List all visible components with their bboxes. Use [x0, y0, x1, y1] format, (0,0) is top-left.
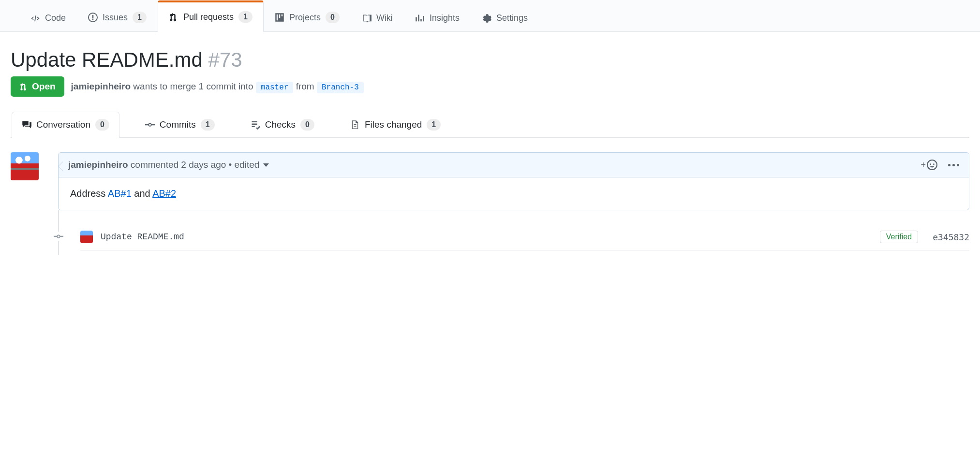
- issue-icon: [88, 13, 98, 22]
- edited-dropdown-caret[interactable]: [263, 163, 269, 167]
- tab-issues-count: 1: [133, 12, 147, 23]
- head-branch[interactable]: Branch-3: [317, 82, 364, 93]
- tab-pull-requests[interactable]: Pull requests 1: [158, 0, 264, 32]
- comment-text-prefix: Address: [70, 188, 108, 199]
- subtab-conversation-label: Conversation: [36, 119, 90, 130]
- pr-title-text: Update README.md: [11, 48, 203, 71]
- code-icon: [30, 14, 40, 23]
- tab-insights-label: Insights: [430, 13, 460, 23]
- ab-link-1[interactable]: AB#1: [108, 188, 132, 199]
- git-pull-request-icon: [19, 82, 28, 91]
- commit-author-avatar[interactable]: [80, 231, 93, 243]
- subtab-conversation[interactable]: Conversation 0: [12, 112, 119, 138]
- pr-number: #73: [208, 48, 242, 71]
- pr-wants-text: wants to merge 1 commit into: [131, 81, 256, 91]
- tab-code[interactable]: Code: [19, 2, 77, 32]
- tab-issues[interactable]: Issues 1: [77, 1, 158, 32]
- tab-settings[interactable]: Settings: [471, 2, 539, 32]
- timeline: jamiepinheiro commented 2 days ago • edi…: [11, 152, 969, 210]
- book-icon: [362, 14, 371, 23]
- tab-settings-label: Settings: [496, 13, 528, 23]
- tab-issues-label: Issues: [103, 13, 128, 23]
- repo-tabs: Code Issues 1 Pull requests 1 Projects 0…: [0, 0, 980, 32]
- subtab-commits[interactable]: Commits 1: [135, 112, 225, 138]
- pr-subtabs: Conversation 0 Commits 1 Checks 0 Files …: [11, 111, 969, 138]
- subtab-checks-count: 0: [300, 119, 314, 131]
- project-icon: [275, 13, 284, 22]
- avatar[interactable]: [11, 152, 39, 180]
- comment-meta: commented 2 days ago • edited: [128, 160, 262, 170]
- tab-projects[interactable]: Projects 0: [264, 1, 351, 32]
- file-diff-icon: [350, 120, 360, 130]
- base-branch[interactable]: master: [256, 82, 294, 93]
- commit-list: Update README.md Verified e345832: [58, 210, 969, 255]
- pr-meta: Open jamiepinheiro wants to merge 1 comm…: [11, 76, 969, 97]
- pr-from-text: from: [293, 81, 317, 91]
- smiley-icon: [927, 160, 937, 170]
- subtab-commits-label: Commits: [160, 119, 196, 130]
- comment-discussion-icon: [22, 120, 31, 130]
- add-reaction-button[interactable]: +: [921, 160, 937, 170]
- commit-row: Update README.md Verified e345832: [80, 227, 969, 250]
- git-pull-request-icon: [169, 12, 178, 22]
- tab-wiki[interactable]: Wiki: [351, 2, 404, 32]
- subtab-checks-label: Checks: [265, 119, 296, 130]
- subtab-files-label: Files changed: [365, 119, 422, 130]
- comment-header: jamiepinheiro commented 2 days ago • edi…: [59, 153, 969, 177]
- comment-menu-button[interactable]: [948, 164, 959, 166]
- pr-author[interactable]: jamiepinheiro: [71, 81, 131, 91]
- comment-box: jamiepinheiro commented 2 days ago • edi…: [58, 152, 969, 210]
- subtab-commits-count: 1: [201, 119, 215, 131]
- commit-sha[interactable]: e345832: [933, 232, 969, 242]
- pr-state-badge: Open: [11, 76, 64, 97]
- graph-icon: [415, 14, 425, 23]
- tab-projects-label: Projects: [289, 13, 321, 23]
- ab-link-2[interactable]: AB#2: [152, 188, 176, 199]
- comment-body: Address AB#1 and AB#2: [59, 177, 969, 210]
- gear-icon: [482, 14, 491, 23]
- pr-state-text: Open: [32, 81, 56, 92]
- commit-message[interactable]: Update README.md: [101, 232, 184, 242]
- subtab-files[interactable]: Files changed 1: [340, 112, 451, 138]
- subtab-files-count: 1: [427, 119, 441, 131]
- verified-badge[interactable]: Verified: [880, 231, 918, 243]
- tab-pulls-count: 1: [238, 11, 252, 23]
- subtab-checks[interactable]: Checks 0: [240, 112, 325, 138]
- git-commit-icon: [145, 120, 155, 130]
- commit-node-icon: [54, 232, 63, 241]
- tab-pulls-label: Pull requests: [183, 12, 234, 22]
- subtab-conversation-count: 0: [95, 119, 109, 131]
- tab-code-label: Code: [45, 13, 66, 23]
- pr-title: Update README.md #73: [11, 48, 969, 72]
- tab-projects-count: 0: [326, 12, 340, 23]
- checklist-icon: [251, 120, 260, 130]
- comment-text-between: and: [132, 188, 152, 199]
- tab-insights[interactable]: Insights: [404, 2, 471, 32]
- comment-author[interactable]: jamiepinheiro: [68, 160, 128, 170]
- tab-wiki-label: Wiki: [376, 13, 393, 23]
